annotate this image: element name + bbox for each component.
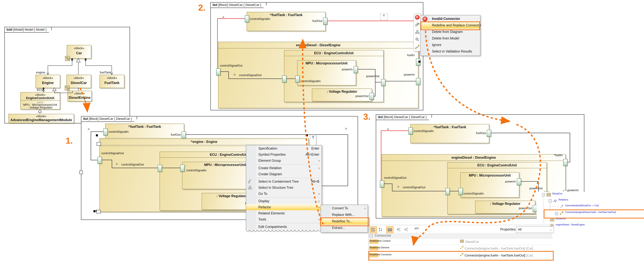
menu-item-display[interactable]: Display› (246, 198, 322, 204)
port-label-controlsignalin: controlSignalIn (186, 168, 206, 172)
tree-item-enginediesel-part[interactable]: engineDiesel : DieselEngine (556, 224, 585, 226)
invalid-connector-segment[interactable] (218, 18, 245, 19)
port-fuelin[interactable] (563, 159, 568, 166)
submenu-arrow-icon: › (318, 210, 320, 216)
submenu-arrow-icon: › (318, 190, 320, 197)
composite-diagram-icon[interactable] (65, 56, 70, 61)
port-controlsignalout[interactable] (216, 68, 220, 76)
part-title: MPU : MicroprocessorUnit (298, 61, 356, 65)
port-powerin[interactable] (354, 66, 358, 73)
sort-alphabetically-button[interactable]: AZ (377, 226, 384, 233)
menu-item-symbol-properties[interactable]: Symbol PropertiesAlt+Enter (246, 152, 322, 158)
compartment-dots-button[interactable]: ··· (96, 142, 101, 146)
collapse-button[interactable]: − (79, 170, 83, 174)
port-controlsignalin[interactable] (103, 128, 108, 136)
section-collapse-icon[interactable]: − (370, 234, 373, 237)
smart-manipulator-text-tool[interactable]: T ··· (310, 135, 316, 146)
port-boundary[interactable] (158, 165, 162, 172)
port-boundary[interactable] (282, 76, 286, 82)
menu-item-specification[interactable]: SpecificationEnter (246, 145, 322, 152)
show-description-button[interactable] (386, 226, 394, 233)
menu-item-create-diagram[interactable]: Create Diagram (246, 171, 322, 177)
redefine-and-replace-highlight-box (420, 22, 480, 30)
block-name-dieselcar: DieselCar (67, 81, 91, 85)
invalid-connector-segment[interactable] (382, 130, 408, 131)
bdd-frame-tab[interactable]: bdd [Model] Model [ Model ] (4, 27, 52, 33)
selection-handle[interactable] (306, 134, 308, 136)
collapse-all-button[interactable] (403, 226, 410, 233)
svg-text:Z: Z (379, 230, 380, 232)
select-in-tree-icon[interactable] (414, 28, 421, 36)
expand-all-button[interactable] (396, 226, 402, 233)
zoom-out-icon[interactable] (414, 36, 421, 43)
submenu-item-convert-to[interactable]: Convert To› (321, 205, 368, 212)
menu-item-select-in-containment-tree[interactable]: Select in Containment TreeAlt+B (246, 178, 322, 184)
menu-item-related-elements[interactable]: Related Elements› (246, 210, 322, 216)
tree-item-relations[interactable]: Relations (558, 198, 568, 201)
menu-item-element-group[interactable]: Element Group› (246, 158, 322, 164)
popup-item-delete-from-model[interactable]: Delete from Model (420, 35, 480, 42)
popup-item-select-in-validation-results[interactable]: Select in Validation Results (420, 48, 480, 55)
bdd-block-dieselengine[interactable]: «block» DieselEngine (68, 91, 92, 102)
port-controlsignalin[interactable] (295, 76, 300, 82)
menu-item-edit-compartments[interactable]: Edit Compartments (246, 224, 322, 230)
selection-handle[interactable] (94, 210, 96, 212)
tree-item-dieselcar-root[interactable]: DieselCar (552, 192, 562, 195)
tree-item-generalization[interactable]: Generalization[DieselCar -> Car] (565, 204, 599, 207)
menu-item-tools[interactable]: Tools› (246, 216, 322, 222)
port-controlsignalin[interactable] (408, 128, 413, 134)
port-controlsignalout[interactable] (98, 157, 102, 164)
bdd-block-aemm[interactable]: «block» AdvancedEngineManagementModule (8, 114, 74, 123)
bdd-block-fueltank[interactable]: «block» FuelTank (100, 75, 124, 88)
submenu-arrow-icon: › (364, 205, 366, 212)
step-2-label: 2. (198, 2, 206, 12)
compartment-dots-button[interactable]: ··· (96, 210, 101, 214)
port-controlsignalin[interactable] (458, 188, 463, 195)
port-fuelout[interactable] (323, 18, 328, 25)
dropdown-value: All (518, 228, 522, 231)
port-powerout[interactable] (533, 205, 537, 212)
port-powerout[interactable] (381, 79, 386, 86)
ibd-tab-keyword: ibd (378, 115, 383, 119)
tree-expander-open[interactable]: − (549, 199, 552, 202)
submenu-item-replace-with[interactable]: Replace With... (321, 212, 368, 218)
composite-diagram-icon[interactable] (65, 86, 69, 90)
selection-handle[interactable] (96, 134, 98, 136)
invalid-connector-segment[interactable] (217, 18, 218, 69)
port-controlsignalout[interactable] (380, 180, 384, 188)
connector-segment (348, 134, 348, 186)
port-powerout[interactable] (370, 93, 374, 100)
ibd3-frame-tab[interactable]: ibd [Block] DieselCar [ DieselCar ] (376, 114, 432, 120)
error-indicator-icon[interactable]: ✕ (414, 14, 421, 21)
port-fuelout[interactable] (182, 132, 186, 138)
invalid-connector-segment[interactable] (381, 130, 382, 184)
reroute-connector-icon[interactable] (414, 43, 421, 50)
port-powerin[interactable] (416, 78, 420, 85)
bdd-block-engine[interactable]: «block» Engine (36, 75, 60, 88)
redefined-connector-segment[interactable] (490, 133, 570, 133)
properties-filter-dropdown[interactable]: All ⌄ (516, 226, 554, 233)
categorized-view-button[interactable] (370, 226, 377, 233)
edit-value-abc-icon[interactable]: abc… (414, 226, 419, 233)
ibd1-frame-tab[interactable]: ibd [Block] DieselCar [ DieselCar ] (81, 116, 137, 122)
bdd-block-dieselcar[interactable]: «block» DieselCar (66, 75, 91, 88)
port-controlsignalin[interactable] (245, 16, 249, 22)
properties-section-connector[interactable]: − Connector (368, 233, 552, 238)
menu-item-select-in-structure-tree[interactable]: Select in Structure Tree (246, 184, 322, 190)
port-fuelout[interactable] (487, 130, 491, 137)
show-message-icon[interactable] (414, 21, 421, 28)
popup-item-ignore[interactable]: Ignore (420, 42, 480, 48)
redefined-connector-segment[interactable] (570, 133, 570, 162)
menu-item-create-relation[interactable]: Create Relation› (246, 165, 322, 171)
menu-item-refactor[interactable]: Refactor› (246, 204, 322, 210)
port-boundary[interactable] (446, 188, 450, 195)
port-controlsignalin[interactable] (180, 165, 184, 172)
menu-item-go-to[interactable]: Go To› (246, 190, 322, 197)
port-powerin[interactable] (517, 178, 521, 185)
ibd2-frame-tab[interactable]: ibd [Block] DieselCar [ DieselCar ] (210, 2, 266, 8)
port-label-powerout: powerOut (365, 74, 380, 78)
tree-expander-open[interactable]: − (542, 193, 545, 196)
bdd-block-ecu[interactable]: «block» EngineControlUnit parts MPU : Mi… (20, 92, 60, 110)
invalid-connector-segment[interactable] (327, 20, 419, 21)
bdd-block-car[interactable]: «block» Car (67, 45, 91, 58)
